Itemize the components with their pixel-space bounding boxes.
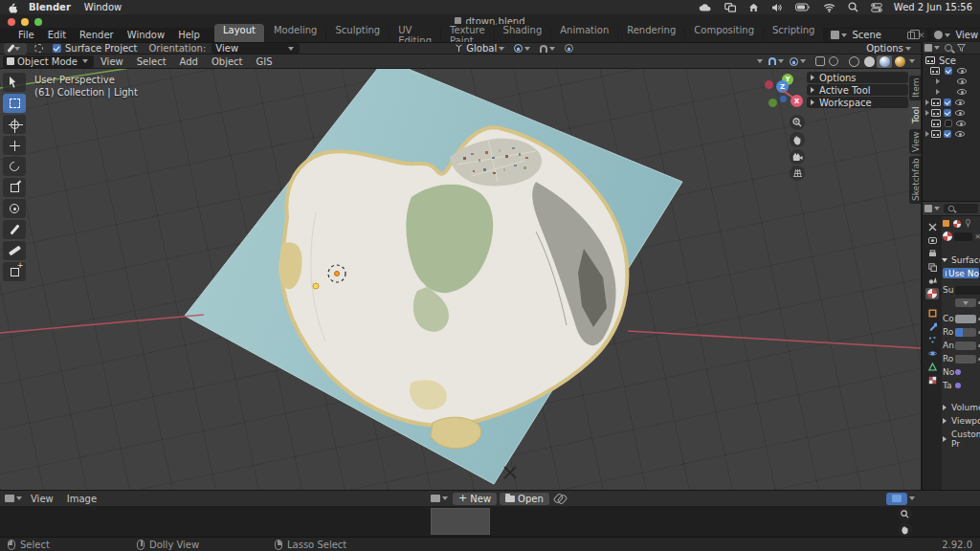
tab-texture-properties[interactable] <box>925 374 939 386</box>
material-slot-browser[interactable]: ✕ <box>943 231 980 241</box>
collection-checkbox[interactable] <box>944 130 951 138</box>
apple-icon[interactable] <box>8 2 17 13</box>
tab-object-properties[interactable] <box>925 307 939 319</box>
empty-object-marker[interactable] <box>504 467 516 478</box>
collection-checkbox[interactable] <box>945 67 952 75</box>
shading-material-preview-button[interactable] <box>877 55 892 68</box>
tab-physics-properties[interactable] <box>925 347 939 359</box>
tool-scale[interactable] <box>3 178 26 197</box>
image-editor-canvas[interactable] <box>0 506 980 537</box>
menu-render[interactable]: Render <box>73 30 121 40</box>
tab-particle-properties[interactable] <box>925 334 939 345</box>
pan-button[interactable] <box>898 522 912 537</box>
active-tool-dropdown[interactable] <box>4 43 27 55</box>
custom-properties-panel-header[interactable]: Custom Pr <box>943 430 980 449</box>
link-icon[interactable] <box>555 494 566 504</box>
tab-output-properties[interactable] <box>925 248 939 259</box>
mode-dropdown[interactable]: Object Mode <box>3 55 94 68</box>
outliner-collection-row[interactable] <box>923 108 980 118</box>
eye-icon[interactable] <box>957 78 967 84</box>
orientation-dropdown[interactable]: View <box>212 43 300 54</box>
expand-icon[interactable] <box>936 78 940 84</box>
collection-checkbox[interactable] <box>944 109 951 117</box>
snap-magnet-toggle[interactable] <box>768 57 776 65</box>
tab-modifier-properties[interactable] <box>925 320 939 332</box>
viewport-menu-add[interactable]: Add <box>173 56 205 67</box>
image-menu-view[interactable]: View <box>24 494 60 504</box>
shading-solid-button[interactable] <box>861 55 877 68</box>
pin-icon[interactable] <box>965 219 971 228</box>
anisotropy-slider[interactable] <box>955 342 976 350</box>
property-row-color[interactable]: Co <box>943 314 980 323</box>
sidebar-section-options[interactable]: Options <box>807 72 908 83</box>
eye-icon[interactable] <box>956 121 966 126</box>
tool-annotate[interactable] <box>3 220 26 239</box>
display-mode-icon[interactable] <box>924 44 932 52</box>
material-name-field[interactable] <box>954 232 972 241</box>
outliner-collection-row[interactable] <box>923 66 980 76</box>
tab-view-layer-properties[interactable] <box>925 261 939 273</box>
pan-button[interactable] <box>790 132 805 147</box>
tool-select-tweak[interactable] <box>3 73 26 92</box>
property-row-normal[interactable]: No <box>943 367 980 377</box>
menu-window[interactable]: Window <box>84 2 122 12</box>
sidebar-tab-sketchfab[interactable]: Sketchfab <box>909 156 921 204</box>
property-row-roughness[interactable]: Ro <box>943 327 980 337</box>
chevron-down-icon[interactable] <box>778 59 784 63</box>
camera-view-button[interactable] <box>790 149 805 165</box>
image-menu-image[interactable]: Image <box>60 494 103 504</box>
menu-window[interactable]: Window <box>121 30 171 40</box>
3d-viewport[interactable]: User Perspective (61) Collection | Light… <box>0 69 921 490</box>
menu-help[interactable]: Help <box>171 30 207 40</box>
property-row-tangent[interactable]: Ta <box>943 381 980 390</box>
tool-rotate[interactable] <box>3 157 26 176</box>
sidebar-section-active-tool[interactable]: Active Tool <box>807 84 908 96</box>
property-row-surface[interactable]: Su <box>943 285 980 295</box>
collection-checkbox[interactable] <box>945 120 952 127</box>
viewport-menu-object[interactable]: Object <box>205 56 250 67</box>
material-icon[interactable] <box>953 220 961 228</box>
home-icon[interactable] <box>748 3 759 12</box>
search-icon[interactable] <box>945 44 952 52</box>
axis-x-ball[interactable]: X <box>791 95 803 107</box>
viewport-panel-header[interactable]: Viewport <box>943 416 980 426</box>
axis-neg-y-ball[interactable] <box>768 99 777 107</box>
image-editor-icon[interactable] <box>5 495 14 502</box>
roughness-slider[interactable] <box>955 328 976 337</box>
tool-measure[interactable] <box>3 241 26 260</box>
zoom-button[interactable] <box>790 115 805 130</box>
expand-icon[interactable] <box>925 110 929 116</box>
axis-neg-x-ball[interactable] <box>765 80 773 89</box>
chevron-down-icon[interactable] <box>757 59 763 63</box>
collection-checkbox[interactable] <box>944 99 951 106</box>
scene-selector[interactable]: Scene ✕ <box>828 29 927 41</box>
open-image-button[interactable]: Open <box>500 493 549 505</box>
sidebar-section-workspace[interactable]: Workspace <box>807 97 908 108</box>
new-scene-icon[interactable] <box>907 32 915 39</box>
menu-edit[interactable]: Edit <box>41 30 73 40</box>
spotlight-search-icon[interactable] <box>848 2 858 12</box>
view-layer-selector[interactable]: View Layer ✕ <box>931 29 980 41</box>
sidebar-tab-tool[interactable]: Tool <box>909 102 921 127</box>
volume-panel-header[interactable]: Volume <box>943 403 980 412</box>
control-center-icon[interactable] <box>871 3 882 12</box>
light-object[interactable] <box>313 283 319 289</box>
tool-add-cube[interactable] <box>3 262 26 281</box>
eye-icon[interactable] <box>955 110 965 116</box>
cloud-icon[interactable] <box>699 3 712 12</box>
chevron-down-icon[interactable] <box>909 59 915 63</box>
proportional-editing-icon[interactable] <box>790 57 798 66</box>
eye-icon[interactable] <box>957 68 967 74</box>
tab-tool-properties[interactable] <box>925 221 939 232</box>
sidebar-tab-item[interactable]: Item <box>909 76 921 100</box>
browse-image-icon[interactable] <box>431 495 440 502</box>
tab-render-properties[interactable] <box>925 234 939 246</box>
tool-select-box[interactable] <box>3 94 26 113</box>
eye-icon[interactable] <box>955 99 965 105</box>
snap-dropdown[interactable] <box>536 43 561 54</box>
rotation-slider[interactable] <box>955 355 976 364</box>
outliner-object-row[interactable] <box>923 77 980 86</box>
viewport-menu-gis[interactable]: GIS <box>250 56 279 67</box>
surface-project-checkbox[interactable] <box>53 44 61 53</box>
battery-icon[interactable] <box>795 3 811 11</box>
